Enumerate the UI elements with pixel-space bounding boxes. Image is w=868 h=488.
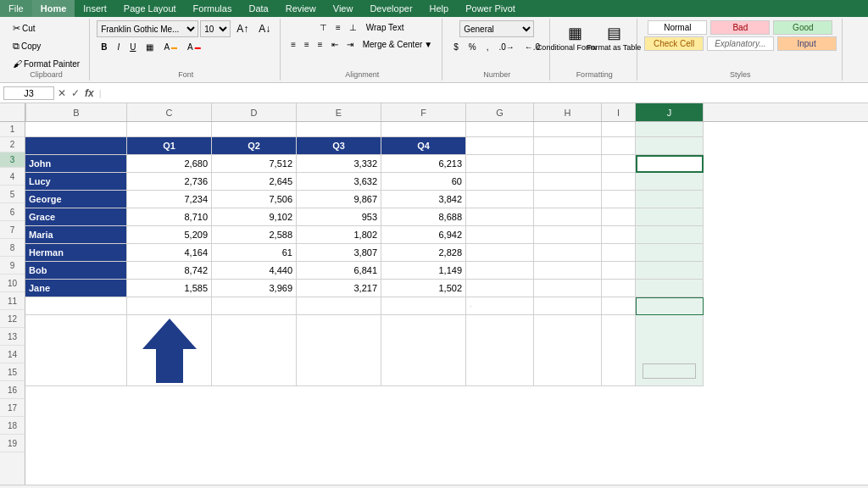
cell-B3[interactable]: John — [25, 155, 127, 173]
row-num-8[interactable]: 8 — [0, 239, 25, 257]
format-as-table-button[interactable]: ▤ Format as Table — [596, 21, 632, 69]
cell-H3[interactable] — [534, 155, 602, 173]
cell-G1[interactable] — [466, 122, 534, 137]
cell-E5[interactable]: 9,867 — [297, 191, 381, 208]
cell-F10[interactable]: 1,502 — [381, 280, 466, 297]
cell-C4[interactable]: 2,736 — [127, 173, 212, 191]
tab-home[interactable]: Home — [32, 0, 75, 17]
cell-J6[interactable] — [636, 208, 704, 226]
cell-D-arrow[interactable] — [212, 315, 297, 386]
formula-check-icon[interactable]: ✓ — [71, 87, 80, 99]
cell-G3[interactable] — [466, 155, 534, 173]
cell-B9[interactable]: Bob — [25, 262, 127, 280]
font-family-select[interactable]: Franklin Gothic Me... — [97, 20, 198, 37]
tab-data[interactable]: Data — [240, 0, 276, 17]
tab-review[interactable]: Review — [277, 0, 325, 17]
row-num-15[interactable]: 15 — [0, 363, 25, 381]
cell-I5[interactable] — [602, 191, 636, 208]
cell-J7[interactable] — [636, 226, 704, 244]
cell-J8[interactable] — [636, 244, 704, 262]
row-num-13[interactable]: 13 — [0, 328, 25, 346]
tab-help[interactable]: Help — [421, 0, 458, 17]
cell-D3[interactable]: 7,512 — [212, 155, 297, 173]
cell-B4[interactable]: Lucy — [25, 173, 127, 191]
tab-insert[interactable]: Insert — [75, 0, 115, 17]
font-size-select[interactable]: 10 — [200, 20, 231, 37]
formula-input[interactable] — [107, 87, 865, 99]
cell-G4[interactable] — [466, 173, 534, 191]
cell-C6[interactable]: 8,710 — [127, 208, 212, 226]
format-painter-button[interactable]: 🖌 Format Painter — [8, 56, 84, 71]
cell-J9[interactable] — [636, 262, 704, 280]
cell-G9[interactable] — [466, 262, 534, 280]
cell-B6[interactable]: Grace — [25, 208, 127, 226]
cell-D10[interactable]: 3,969 — [212, 280, 297, 297]
cell-H1[interactable] — [534, 122, 602, 137]
cell-C5[interactable]: 7,234 — [127, 191, 212, 208]
align-right-button[interactable]: ≡ — [314, 38, 326, 51]
style-normal[interactable]: Normal — [648, 20, 707, 35]
tab-file[interactable]: File — [0, 0, 32, 17]
cell-H11[interactable] — [534, 297, 602, 315]
cell-G6[interactable] — [466, 208, 534, 226]
font-grow-button[interactable]: A↑ — [232, 20, 253, 37]
cell-C1[interactable] — [127, 122, 212, 137]
cell-B-arrow[interactable] — [25, 315, 127, 386]
cell-B10[interactable]: Jane — [25, 280, 127, 297]
cell-J11[interactable] — [636, 297, 704, 315]
cell-E9[interactable]: 6,841 — [297, 262, 381, 280]
cell-I8[interactable] — [602, 244, 636, 262]
cell-F6[interactable]: 8,688 — [381, 208, 466, 226]
cell-G11[interactable]: · — [466, 297, 534, 315]
cell-E7[interactable]: 1,802 — [297, 226, 381, 244]
cell-D8[interactable]: 61 — [212, 244, 297, 262]
cell-H10[interactable] — [534, 280, 602, 297]
cell-B5[interactable]: George — [25, 191, 127, 208]
cell-C9[interactable]: 8,742 — [127, 262, 212, 280]
copy-button[interactable]: ⧉ Copy — [8, 38, 84, 54]
cell-H8[interactable] — [534, 244, 602, 262]
cell-I11[interactable] — [602, 297, 636, 315]
cell-F2-Q4[interactable]: Q4 — [381, 137, 466, 155]
row-num-18[interactable]: 18 — [0, 417, 25, 435]
cell-B11[interactable] — [25, 297, 127, 315]
cell-E8[interactable]: 3,807 — [297, 244, 381, 262]
cell-D2-Q2[interactable]: Q2 — [212, 137, 297, 155]
row-num-1[interactable]: 1 — [0, 122, 25, 137]
cell-B8[interactable]: Herman — [25, 244, 127, 262]
row-num-4[interactable]: 4 — [0, 168, 25, 186]
border-button[interactable]: ▦ — [142, 40, 158, 54]
cell-J2[interactable] — [636, 137, 704, 155]
cell-D9[interactable]: 4,440 — [212, 262, 297, 280]
cell-G10[interactable] — [466, 280, 534, 297]
cell-C3[interactable]: 2,680 — [127, 155, 212, 173]
cell-C10[interactable]: 1,585 — [127, 280, 212, 297]
cell-F-arrow[interactable] — [381, 315, 466, 386]
cell-D5[interactable]: 7,506 — [212, 191, 297, 208]
cell-I7[interactable] — [602, 226, 636, 244]
name-box[interactable] — [3, 86, 54, 100]
cell-D4[interactable]: 2,645 — [212, 173, 297, 191]
row-num-9[interactable]: 9 — [0, 257, 25, 274]
style-explanatory[interactable]: Explanatory... — [707, 36, 773, 51]
cell-J-arrow[interactable] — [636, 315, 704, 386]
cell-G8[interactable] — [466, 244, 534, 262]
cell-D7[interactable]: 2,588 — [212, 226, 297, 244]
cell-E10[interactable]: 3,217 — [297, 280, 381, 297]
cell-I4[interactable] — [602, 173, 636, 191]
cell-H5[interactable] — [534, 191, 602, 208]
col-header-C[interactable]: C — [127, 103, 212, 121]
cell-G5[interactable] — [466, 191, 534, 208]
font-shrink-button[interactable]: A↓ — [254, 20, 275, 37]
col-header-F[interactable]: F — [381, 103, 466, 121]
cell-D1[interactable] — [212, 122, 297, 137]
percent-button[interactable]: % — [465, 40, 481, 54]
cell-H9[interactable] — [534, 262, 602, 280]
font-color-button[interactable]: A▬ — [183, 40, 205, 54]
col-header-B[interactable]: B — [25, 103, 127, 121]
tab-power-pivot[interactable]: Power Pivot — [457, 0, 524, 17]
style-good[interactable]: Good — [773, 20, 832, 35]
cell-C11[interactable] — [127, 297, 212, 315]
row-num-14[interactable]: 14 — [0, 346, 25, 363]
tab-developer[interactable]: Developer — [361, 0, 420, 17]
